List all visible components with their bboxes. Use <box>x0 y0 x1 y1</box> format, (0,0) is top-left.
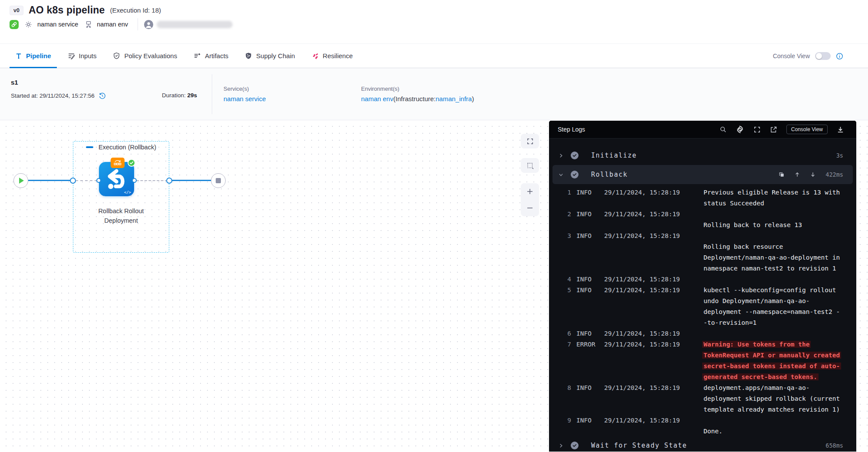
log-message: Rolling back resourceDeployment/naman-qa… <box>686 231 843 274</box>
zoom-out-button[interactable] <box>521 200 539 216</box>
divider <box>138 18 138 30</box>
log-message <box>686 328 843 339</box>
cd-module-icon <box>10 20 19 29</box>
log-settings-gear-icon[interactable] <box>736 125 744 134</box>
log-row: 9INFO29/11/2024, 15:28:19 Done. <box>549 415 856 437</box>
inputs-icon <box>68 52 75 59</box>
log-row: 1INFO29/11/2024, 15:28:19Previous eligib… <box>549 187 856 209</box>
pipeline-execution-page: v0 AO k8s pipeline (Execution Id: 18) na… <box>0 0 868 452</box>
environment-link[interactable]: naman env(Infrastructure:naman_infra) <box>361 95 474 102</box>
collapse-group-icon[interactable] <box>86 146 93 148</box>
zoom-in-button[interactable] <box>521 183 539 200</box>
edge-start-to-group <box>28 180 73 181</box>
log-row: 2INFO29/11/2024, 15:28:19 Rolling back t… <box>549 209 856 231</box>
tab-inputs[interactable]: Inputs <box>62 44 102 68</box>
pipeline-start-node <box>13 173 28 188</box>
chevron-right-icon[interactable] <box>559 443 564 448</box>
stage-info-bar: s1 Started at: 29/11/2024, 15:27:56 Dura… <box>0 68 868 120</box>
log-row: 8INFO29/11/2024, 15:28:19deployment.apps… <box>549 383 856 415</box>
scroll-up-icon[interactable] <box>794 172 800 178</box>
step-success-icon <box>571 171 579 178</box>
tab-bar-right: Console View <box>773 44 843 68</box>
edge-group-to-end <box>171 180 212 181</box>
log-message: Done. <box>686 415 843 437</box>
log-message: Warning: Use tokens from theTokenRequest… <box>686 339 843 383</box>
step-name: Wait for Steady State <box>591 442 687 449</box>
stop-icon <box>216 178 221 183</box>
header-service-name: naman service <box>37 21 78 28</box>
step-success-badge-icon <box>128 159 135 167</box>
page-title: AO k8s pipeline <box>29 4 105 16</box>
tab-supply-chain[interactable]: Supply Chain <box>239 44 300 68</box>
info-icon[interactable] <box>836 53 843 60</box>
canvas-zoom-controls <box>521 183 539 216</box>
gear-icon[interactable] <box>24 20 33 29</box>
download-logs-icon[interactable] <box>837 126 844 133</box>
list-plus-icon <box>194 52 201 59</box>
step-row-wait-for-steady-state[interactable]: Wait for Steady State 658ms <box>549 437 856 452</box>
step-name: Initialize <box>591 152 637 159</box>
copy-logs-icon[interactable] <box>779 172 785 178</box>
environments-label: Environment(s) <box>361 86 474 92</box>
canvas-select-area-button[interactable] <box>521 158 539 173</box>
service-link[interactable]: naman service <box>224 95 266 102</box>
divider <box>212 74 212 114</box>
tab-label: Artifacts <box>205 52 228 59</box>
stage-name: s1 <box>11 79 18 86</box>
step-success-icon <box>571 152 579 159</box>
step-row-initialize[interactable]: Initialize 3s <box>549 147 856 164</box>
tab-policy-evaluations[interactable]: Policy Evaluations <box>107 44 183 68</box>
console-view-button[interactable]: Console View <box>786 125 828 134</box>
node-left-port <box>96 178 101 183</box>
tab-resilience[interactable]: Resilience <box>306 44 358 68</box>
supply-chain-shield-icon <box>245 52 252 59</box>
step-name: Rollback <box>591 171 628 178</box>
search-icon[interactable] <box>720 126 727 133</box>
tab-label: Resilience <box>323 52 353 59</box>
node-right-port <box>132 178 137 183</box>
console-view-toggle[interactable] <box>815 52 831 60</box>
log-row: 7ERROR29/11/2024, 15:28:19Warning: Use t… <box>549 339 856 383</box>
header-meta-row: naman service naman env <box>10 18 233 30</box>
step-duration: 658ms <box>825 442 843 449</box>
canvas-fit-view-button[interactable] <box>521 134 539 148</box>
execution-group-label: Execution (Rollback) <box>73 144 169 151</box>
stage-duration: Duration: 29s <box>162 92 197 99</box>
tab-label: Pipeline <box>26 52 51 59</box>
chevron-right-icon[interactable] <box>559 153 564 158</box>
tab-artifacts[interactable]: Artifacts <box>188 44 234 68</box>
step-duration: 422ms <box>825 171 843 178</box>
log-message: Rolling back to release 13 <box>686 209 843 231</box>
scroll-down-icon[interactable] <box>810 172 816 178</box>
log-row: 4INFO29/11/2024, 15:28:19 <box>549 274 856 285</box>
console-view-label: Console View <box>773 53 810 59</box>
environments-column: Environment(s) naman env(Infrastructure:… <box>361 86 474 102</box>
header-environment-name: naman env <box>97 21 128 28</box>
step-row-rollback[interactable]: Rollback 422ms <box>552 165 853 184</box>
log-row: 6INFO29/11/2024, 15:28:19 <box>549 328 856 339</box>
chevron-down-icon[interactable] <box>559 172 564 177</box>
open-in-new-icon[interactable] <box>770 126 777 133</box>
redacted-user-email <box>157 21 233 28</box>
step-duration: 3s <box>836 152 843 159</box>
started-at-text: Started at: 29/11/2024, 15:27:56 <box>11 92 95 99</box>
tab-label: Policy Evaluations <box>124 52 177 59</box>
rollout-deployment-badge-icon <box>111 158 125 168</box>
log-row: 5INFO29/11/2024, 15:28:19kubectl --kubec… <box>549 285 856 328</box>
fullscreen-icon[interactable] <box>753 126 761 133</box>
step-success-icon <box>571 442 579 449</box>
step-logs-panel: Step Logs Console View <box>549 121 856 452</box>
group-right-port <box>166 178 172 184</box>
tab-pipeline[interactable]: Pipeline <box>10 44 57 68</box>
log-message: deployment.apps/naman-qa-ao-deployment s… <box>686 383 843 415</box>
log-lines: 1INFO29/11/2024, 15:28:19Previous eligib… <box>549 184 856 437</box>
history-icon[interactable] <box>99 92 106 99</box>
step-logs-title: Step Logs <box>558 126 585 133</box>
pipeline-icon <box>15 52 22 59</box>
pipeline-canvas[interactable]: Execution (Rollback) </> <box>0 120 868 452</box>
duration-label: Duration: <box>162 92 187 99</box>
tab-label: Supply Chain <box>256 52 295 59</box>
log-message <box>686 274 843 285</box>
top-header: v0 AO k8s pipeline (Execution Id: 18) na… <box>0 0 868 43</box>
step-node-label: Rollback Rollout Deployment <box>73 206 169 225</box>
